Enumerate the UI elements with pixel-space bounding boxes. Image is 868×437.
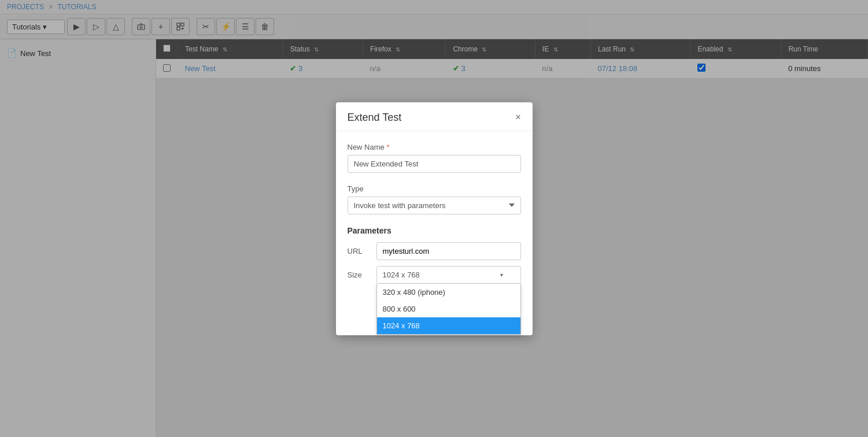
size-dropdown-trigger[interactable]: 1024 x 768 ▾ [376, 266, 521, 284]
new-name-label: New Name * [348, 143, 521, 151]
parameters-title: Parameters [348, 226, 521, 235]
type-group: Type Invoke test with parameters Simple … [348, 184, 521, 214]
extend-test-modal: Extend Test × New Name * Type Invoke tes… [336, 102, 533, 335]
type-select[interactable]: Invoke test with parameters Simple exten… [348, 197, 521, 214]
new-name-input[interactable] [348, 155, 521, 173]
size-option-800[interactable]: 800 x 600 [377, 301, 520, 317]
modal-header: Extend Test × [336, 102, 533, 131]
parameters-section: Parameters URL Size 1024 x 768 ▾ [348, 226, 521, 284]
modal-body: New Name * Type Invoke test with paramet… [336, 131, 533, 305]
size-option-1024[interactable]: 1024 x 768 [377, 317, 520, 334]
modal-close-button[interactable]: × [515, 113, 520, 122]
size-dropdown-container: 1024 x 768 ▾ 320 x 480 (iphone) 800 x 60… [376, 266, 521, 284]
url-row: URL [348, 242, 521, 260]
size-label: Size [348, 271, 371, 279]
size-row: Size 1024 x 768 ▾ 320 x 480 (iphone) 800… [348, 266, 521, 284]
size-selected-value: 1024 x 768 [383, 271, 420, 279]
modal-title: Extend Test [348, 112, 402, 124]
modal-overlay: Extend Test × New Name * Type Invoke tes… [0, 0, 868, 437]
type-label: Type [348, 184, 521, 193]
size-dropdown-arrow-icon: ▾ [500, 272, 503, 278]
required-marker: * [386, 143, 389, 151]
url-input[interactable] [376, 242, 521, 260]
new-name-group: New Name * [348, 143, 521, 173]
size-dropdown-menu: 320 x 480 (iphone) 800 x 600 1024 x 768 [376, 284, 521, 335]
url-label: URL [348, 247, 371, 255]
size-option-iphone[interactable]: 320 x 480 (iphone) [377, 284, 520, 301]
